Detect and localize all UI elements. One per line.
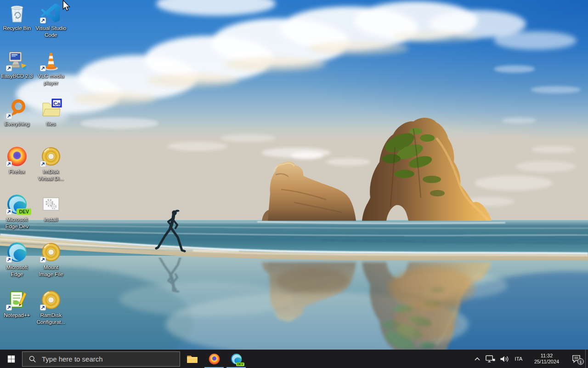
mouse-cursor — [62, 0, 70, 12]
desktop-icon-mount-image[interactable]: Mount Image File — [34, 241, 68, 289]
vscode-icon — [40, 2, 62, 24]
dev-channel-badge: DEV — [17, 208, 31, 215]
desktop-icon-label: Microsoft Edge — [6, 264, 28, 278]
tray-show-hidden-icons-button[interactable] — [471, 350, 483, 368]
shortcut-arrow-icon — [6, 209, 12, 215]
desktop-wallpaper — [0, 0, 588, 350]
start-button[interactable] — [0, 350, 22, 368]
network-ethernet-icon — [486, 355, 495, 363]
edge-icon — [6, 241, 28, 263]
desktop-icon-label: EasyBCD 2.3 — [1, 73, 33, 80]
edge-dev-icon: DEV — [230, 353, 243, 365]
tray-network-button[interactable] — [483, 350, 497, 368]
desktop-icon-label: Everything — [5, 121, 29, 127]
cd-disc-icon — [40, 145, 62, 167]
tray-volume-button[interactable] — [497, 350, 511, 368]
everything-search-icon — [6, 98, 28, 120]
volume-icon — [499, 355, 509, 363]
desktop-icon-ramdisk[interactable]: RamDisk Configurat... — [34, 289, 68, 337]
desktop-icon-easybcd[interactable]: EasyBCD 2.3 — [0, 50, 34, 98]
vlc-cone-icon — [40, 50, 62, 72]
file-explorer-icon — [186, 353, 198, 365]
taskbar: DEV ITA 11:32 25/11/2024 — [0, 350, 588, 368]
folder-ca-icon: Ca — [40, 98, 62, 120]
installer-gears-icon — [40, 193, 62, 215]
edge-dev-icon: DEV — [6, 193, 28, 215]
shortcut-arrow-icon — [40, 17, 46, 23]
desktop-icon-install[interactable]: install — [34, 193, 68, 241]
windows-logo-icon — [7, 355, 15, 363]
desktop-icon-label: Visual Studio Code — [36, 25, 67, 39]
dev-channel-badge: DEV — [236, 362, 244, 366]
cd-disc-icon — [40, 241, 62, 263]
shortcut-arrow-icon — [6, 257, 12, 263]
desktop-icon-vlc[interactable]: VLC media player — [34, 50, 68, 98]
taskbar-search[interactable] — [22, 351, 180, 367]
firefox-icon — [6, 145, 28, 167]
cd-disc-icon — [40, 289, 62, 311]
taskbar-apps: DEV — [181, 350, 247, 368]
tray-date: 25/11/2024 — [534, 359, 559, 365]
svg-text:Ca: Ca — [53, 101, 60, 106]
desktop-icon-label: ImDisk Virtual Di... — [38, 168, 64, 182]
chevron-up-icon — [474, 356, 481, 361]
desktop-icon-files[interactable]: Cafiles — [34, 98, 68, 145]
search-icon — [28, 355, 36, 363]
desktop-icon-firefox[interactable]: Firefox — [0, 145, 34, 193]
desktop-icon-label: files — [46, 121, 56, 127]
desktop-icon-label: Microsoft Edge Dev — [6, 216, 29, 230]
desktop-icon-everything[interactable]: Everything — [0, 98, 34, 145]
desktop-icon-recycle-bin[interactable]: Recycle Bin — [0, 2, 34, 50]
notepadpp-icon — [6, 289, 28, 311]
show-desktop-button[interactable] — [585, 350, 588, 368]
system-tray: ITA 11:32 25/11/2024 1 — [471, 350, 588, 368]
desktop-icon-edge-dev[interactable]: DEVMicrosoft Edge Dev — [0, 193, 34, 241]
desktop-icon-label: Recycle Bin — [3, 25, 31, 32]
shortcut-arrow-icon — [40, 305, 46, 310]
recycle-bin-icon — [6, 2, 28, 24]
desktop-icon-label: RamDisk Configurat... — [37, 312, 66, 326]
desktop-icon-label: Firefox — [9, 168, 25, 175]
desktop-icon-label: Notepad++ — [4, 312, 30, 319]
desktop-icon-label: VLC media player — [38, 73, 64, 86]
shortcut-arrow-icon — [6, 65, 12, 71]
action-center-button[interactable]: 1 — [567, 350, 585, 368]
desktop-icon-label: Mount Image File — [39, 264, 63, 278]
desktop-icon-imdisk[interactable]: ImDisk Virtual Di... — [34, 145, 68, 193]
desktop-icon-label: install — [44, 216, 57, 223]
shortcut-arrow-icon — [6, 113, 12, 119]
shortcut-arrow-icon — [40, 65, 46, 71]
language-indicator: ITA — [514, 356, 522, 362]
taskbar-app-edge-dev[interactable]: DEV — [225, 350, 247, 368]
search-input[interactable] — [41, 355, 180, 363]
tray-clock-button[interactable]: 11:32 25/11/2024 — [526, 350, 567, 368]
shortcut-arrow-icon — [40, 257, 46, 263]
tray-language-button[interactable]: ITA — [511, 350, 526, 368]
notification-badge: 1 — [577, 358, 584, 365]
firefox-icon — [208, 353, 220, 365]
desktop-icon-notepadpp[interactable]: Notepad++ — [0, 289, 34, 337]
desktop-icon-edge[interactable]: Microsoft Edge — [0, 241, 34, 289]
shortcut-arrow-icon — [6, 305, 12, 310]
shortcut-arrow-icon — [40, 161, 46, 167]
shortcut-arrow-icon — [6, 161, 12, 167]
desktop[interactable]: Recycle BinVisual Studio CodeEasyBCD 2.3… — [0, 0, 588, 350]
easybcd-icon — [6, 50, 28, 72]
desktop-icon-grid: Recycle BinVisual Studio CodeEasyBCD 2.3… — [0, 2, 68, 337]
taskbar-app-file-explorer[interactable] — [181, 350, 203, 368]
tray-time: 11:32 — [541, 353, 553, 359]
taskbar-app-firefox[interactable] — [203, 350, 225, 368]
